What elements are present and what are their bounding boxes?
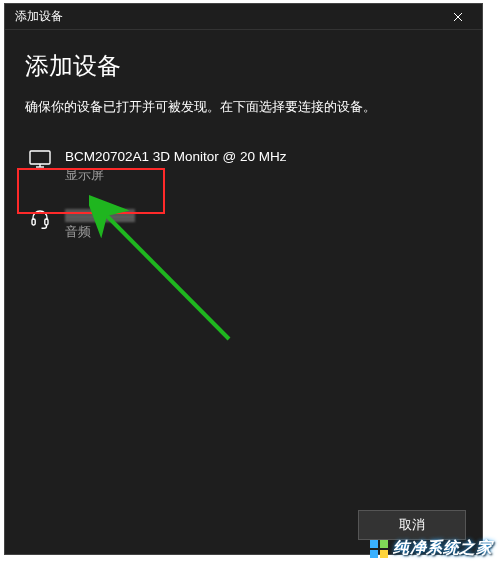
device-info: BCM20702A1 3D Monitor @ 20 MHz 显示屏	[55, 148, 287, 184]
watermark: 纯净系统之家	[369, 538, 492, 559]
svg-rect-6	[370, 540, 378, 548]
device-item-monitor[interactable]: BCM20702A1 3D Monitor @ 20 MHz 显示屏	[25, 142, 462, 190]
cancel-label: 取消	[399, 516, 425, 534]
svg-rect-7	[380, 540, 388, 548]
titlebar: 添加设备	[5, 4, 482, 30]
svg-rect-8	[370, 550, 378, 558]
svg-rect-0	[30, 151, 50, 164]
device-item-audio[interactable]: 音频	[25, 200, 462, 248]
headset-icon	[29, 206, 55, 234]
device-info: 音频	[55, 206, 135, 242]
device-name-obscured	[65, 206, 135, 224]
device-name: BCM20702A1 3D Monitor @ 20 MHz	[65, 148, 287, 166]
cancel-button[interactable]: 取消	[358, 510, 466, 540]
device-type: 音频	[65, 224, 135, 241]
page-title: 添加设备	[25, 50, 462, 82]
window-title: 添加设备	[15, 8, 440, 25]
device-type: 显示屏	[65, 167, 287, 184]
monitor-icon	[29, 148, 55, 172]
close-icon	[453, 12, 463, 22]
add-device-dialog: 添加设备 添加设备 确保你的设备已打开并可被发现。在下面选择要连接的设备。 BC…	[4, 3, 483, 555]
svg-rect-9	[380, 550, 388, 558]
page-subtitle: 确保你的设备已打开并可被发现。在下面选择要连接的设备。	[25, 98, 462, 116]
watermark-logo-icon	[369, 539, 389, 559]
dialog-content: 添加设备 确保你的设备已打开并可被发现。在下面选择要连接的设备。 BCM2070…	[5, 30, 482, 247]
close-button[interactable]	[440, 6, 476, 28]
watermark-text: 纯净系统之家	[393, 538, 492, 559]
